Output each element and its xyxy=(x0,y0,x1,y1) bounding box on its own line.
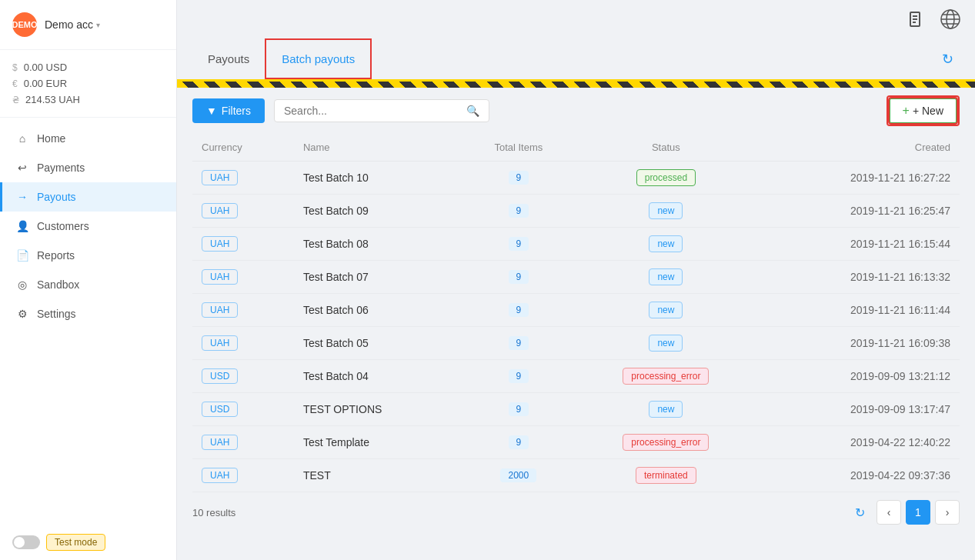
count-badge: 9 xyxy=(509,402,529,416)
cell-created: 2019-09-09 13:17:47 xyxy=(756,393,960,426)
currency-icon: ₴ xyxy=(12,95,19,105)
count-badge: 9 xyxy=(509,204,529,218)
customers-icon: 👤 xyxy=(15,219,29,233)
table-row[interactable]: UAH Test Batch 07 9 new 2019-11-21 16:13… xyxy=(192,261,960,294)
sidebar-account[interactable]: Demo acc ▾ xyxy=(45,18,100,31)
count-badge: 9 xyxy=(509,336,529,350)
sidebar-item-payments[interactable]: ↩Payments xyxy=(0,153,176,182)
cell-total: 9 xyxy=(461,360,576,393)
new-button[interactable]: + + New xyxy=(890,98,957,123)
col-currency: Currency xyxy=(192,134,294,162)
sidebar-item-reports[interactable]: 📄Reports xyxy=(0,241,176,270)
sidebar-header: DEMO Demo acc ▾ xyxy=(0,0,176,50)
currency-badge: UAH xyxy=(202,335,238,351)
prev-page-button[interactable]: ‹ xyxy=(876,500,901,525)
globe-icon[interactable] xyxy=(938,7,963,32)
footer-refresh-icon[interactable]: ↻ xyxy=(847,500,872,525)
plus-icon: + xyxy=(903,104,910,118)
balance-value: 0.00 USD xyxy=(24,62,67,73)
cell-name: Test Batch 08 xyxy=(294,228,461,261)
next-page-button[interactable]: › xyxy=(935,500,960,525)
cell-currency: UAH xyxy=(192,327,294,360)
cell-name: TEST OPTIONS xyxy=(294,393,461,426)
batch-payouts-table: Currency Name Total Items Status Created… xyxy=(192,134,960,492)
currency-badge: UAH xyxy=(202,203,238,218)
tabs-bar: Payouts Batch payouts ↻ xyxy=(177,38,975,82)
sidebar-item-label: Payments xyxy=(37,162,85,174)
new-button-wrapper: + + New xyxy=(887,95,960,126)
filter-icon: ▼ xyxy=(206,105,217,117)
table-row[interactable]: USD Test Batch 04 9 processing_error 201… xyxy=(192,360,960,393)
sidebar-item-customers[interactable]: 👤Customers xyxy=(0,212,176,241)
status-badge: new xyxy=(649,202,683,219)
payouts-icon: → xyxy=(15,190,29,204)
document-icon[interactable] xyxy=(904,7,929,32)
table-row[interactable]: UAH Test Batch 09 9 new 2019-11-21 16:25… xyxy=(192,195,960,228)
cell-status: new xyxy=(576,195,756,228)
status-badge: new xyxy=(649,268,683,285)
sidebar-item-payouts[interactable]: →Payouts xyxy=(0,182,176,212)
cell-created: 2019-11-21 16:27:22 xyxy=(756,162,960,195)
cell-status: processing_error xyxy=(576,426,756,459)
test-mode-toggle[interactable] xyxy=(12,535,40,549)
table-row[interactable]: UAH TEST 2000 terminated 2019-04-22 09:3… xyxy=(192,459,960,492)
currency-icon: $ xyxy=(12,62,18,73)
search-input[interactable] xyxy=(284,105,460,117)
tab-batch-payouts[interactable]: Batch payouts xyxy=(265,38,372,79)
cell-total: 9 xyxy=(461,228,576,261)
cell-status: new xyxy=(576,228,756,261)
sidebar-logo: DEMO xyxy=(12,12,37,37)
table-row[interactable]: UAH Test Batch 06 9 new 2019-11-21 16:11… xyxy=(192,294,960,327)
refresh-icon[interactable]: ↻ xyxy=(936,45,960,74)
cell-status: new xyxy=(576,393,756,426)
cell-status: processing_error xyxy=(576,360,756,393)
main-content: Payouts Batch payouts ↻ ▼ Filters 🔍 xyxy=(177,38,975,560)
col-status: Status xyxy=(576,134,756,162)
filter-button[interactable]: ▼ Filters xyxy=(192,98,265,123)
table-row[interactable]: UAH Test Template 9 processing_error 201… xyxy=(192,426,960,459)
reports-icon: 📄 xyxy=(15,248,29,262)
sidebar: DEMO Demo acc ▾ $0.00 USD€0.00 EUR₴214.5… xyxy=(0,0,177,560)
sidebar-item-home[interactable]: ⌂Home xyxy=(0,124,176,153)
sidebar-item-label: Sandbox xyxy=(37,278,79,291)
cell-created: 2019-04-22 12:40:22 xyxy=(756,426,960,459)
table-row[interactable]: UAH Test Batch 08 9 new 2019-11-21 16:15… xyxy=(192,228,960,261)
test-mode-badge: Test mode xyxy=(12,534,164,551)
home-icon: ⌂ xyxy=(15,132,29,145)
table-row[interactable]: UAH Test Batch 05 9 new 2019-11-21 16:09… xyxy=(192,327,960,360)
cell-currency: UAH xyxy=(192,228,294,261)
cell-name: TEST xyxy=(294,459,461,492)
cell-currency: UAH xyxy=(192,261,294,294)
balance-item: $0.00 USD xyxy=(12,59,164,75)
count-badge: 9 xyxy=(509,303,529,317)
cell-status: terminated xyxy=(576,459,756,492)
table-row[interactable]: USD TEST OPTIONS 9 new 2019-09-09 13:17:… xyxy=(192,393,960,426)
pagination: ↻ ‹ 1 › xyxy=(847,500,960,525)
cell-created: 2019-04-22 09:37:36 xyxy=(756,459,960,492)
cell-currency: USD xyxy=(192,393,294,426)
sidebar-item-label: Customers xyxy=(37,220,89,232)
search-icon: 🔍 xyxy=(466,105,479,117)
nav-section: ⌂Home↩Payments→Payouts👤Customers📄Reports… xyxy=(0,118,176,525)
tab-payouts[interactable]: Payouts xyxy=(192,40,265,78)
sidebar-item-sandbox[interactable]: ◎Sandbox xyxy=(0,270,176,299)
balance-item: €0.00 EUR xyxy=(12,75,164,92)
sidebar-item-label: Payouts xyxy=(37,191,76,203)
table-row[interactable]: UAH Test Batch 10 9 processed 2019-11-21… xyxy=(192,162,960,195)
status-badge: new xyxy=(649,235,683,252)
test-mode-section: Test mode xyxy=(0,525,176,560)
count-badge: 9 xyxy=(509,270,529,284)
main-area: Payouts Batch payouts ↻ ▼ Filters 🔍 xyxy=(177,0,975,560)
cell-name: Test Batch 10 xyxy=(294,162,461,195)
cell-created: 2019-11-21 16:11:44 xyxy=(756,294,960,327)
cell-name: Test Batch 07 xyxy=(294,261,461,294)
page-1-button[interactable]: 1 xyxy=(906,500,930,525)
cell-currency: UAH xyxy=(192,426,294,459)
balance-item: ₴214.53 UAH xyxy=(12,92,164,108)
cell-currency: UAH xyxy=(192,294,294,327)
cell-name: Test Batch 09 xyxy=(294,195,461,228)
cell-total: 9 xyxy=(461,195,576,228)
test-mode-label: Test mode xyxy=(46,534,105,551)
cell-name: Test Template xyxy=(294,426,461,459)
sidebar-item-settings[interactable]: ⚙Settings xyxy=(0,299,176,328)
